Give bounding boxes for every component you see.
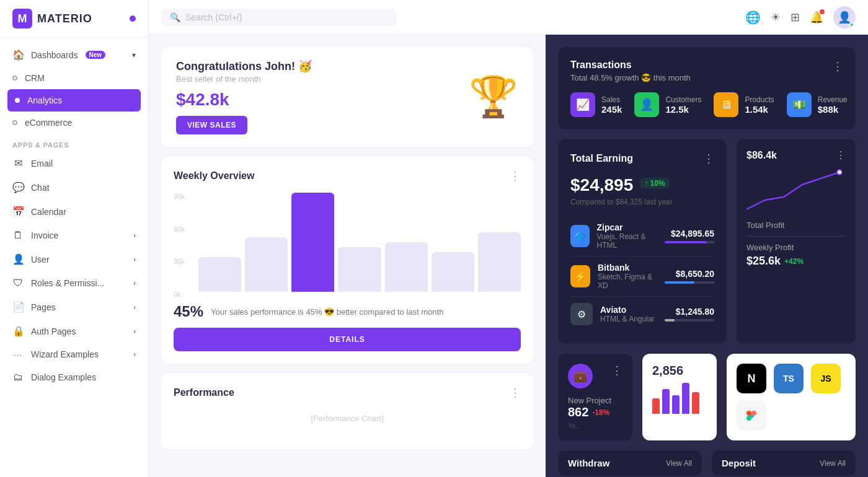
- sidebar-item-calendar[interactable]: 📅 Calendar: [0, 199, 148, 224]
- deposit-card: Deposit View All: [712, 450, 856, 476]
- circle-icon: [15, 98, 20, 103]
- growth-badge: ↑ 10%: [639, 178, 670, 189]
- company-tech: HTML & Angular: [600, 315, 655, 323]
- sidebar-item-dashboards[interactable]: 🏠 Dashboards New ▾: [0, 43, 148, 67]
- transactions-title: Transactions: [570, 59, 691, 71]
- weekly-profit-row: $25.6k +42%: [746, 255, 846, 268]
- sidebar-item-chat[interactable]: 💬 Chat: [0, 175, 148, 199]
- avatar-image: 👤: [838, 11, 851, 24]
- notification-bell[interactable]: 🔔: [810, 11, 823, 24]
- profit-label: Total Profit: [746, 221, 846, 230]
- metric-details: Products 1.54k: [745, 95, 774, 115]
- mini-bar-chart: [652, 383, 707, 414]
- earning-value: $8,650.20: [665, 269, 714, 284]
- congrats-content: Congratulations John! 🥳 Best seller of t…: [176, 59, 312, 134]
- search-bar[interactable]: 🔍 Search (Ctrl+/): [161, 9, 397, 26]
- new-badge: New: [86, 51, 106, 59]
- new-project-card: 💼 ⋮ New Project 862 -18% Ye...: [558, 354, 632, 440]
- company-name: Aviato: [600, 305, 655, 315]
- project-details: New Project 862 -18% Ye...: [568, 396, 622, 429]
- sidebar-item-pages[interactable]: 📄 Pages ›: [0, 295, 148, 319]
- more-options-icon[interactable]: ⋮: [836, 149, 846, 161]
- notification-dot: [820, 9, 825, 14]
- profit-header: $86.4k ⋮: [746, 149, 846, 161]
- chevron-right-icon: ›: [133, 350, 136, 359]
- sidebar-item-label: eCommerce: [25, 118, 72, 128]
- deposit-view-all[interactable]: View All: [820, 459, 846, 468]
- metric-details: Sales 245k: [601, 95, 622, 115]
- svg-point-3: [751, 411, 756, 416]
- sidebar-item-analytics[interactable]: Analytics: [7, 89, 141, 112]
- profit-amount: $86.4k: [746, 150, 777, 161]
- avatar[interactable]: 👤: [833, 6, 856, 28]
- sidebar-item-wizard-examples[interactable]: ··· Wizard Examples ›: [0, 343, 148, 365]
- performance-title: Performance: [174, 387, 234, 398]
- dialog-icon: 🗂: [12, 372, 24, 383]
- withdraw-view-all[interactable]: View All: [666, 459, 692, 468]
- search-placeholder: Search (Ctrl+/): [185, 12, 242, 22]
- sidebar-item-crm[interactable]: CRM: [0, 67, 148, 89]
- sidebar-item-label: Roles & Permissi...: [31, 278, 104, 288]
- sales-icon: 📈: [570, 92, 595, 117]
- more-options-icon[interactable]: ⋮: [510, 169, 521, 183]
- sidebar-item-email[interactable]: ✉ Email: [0, 151, 148, 175]
- bar-item: [291, 193, 334, 292]
- metric-label: Customers: [665, 95, 701, 104]
- nextjs-logo: N: [737, 364, 766, 393]
- withdraw-card: Withdraw View All: [558, 450, 702, 476]
- earning-header: Total Earning ⋮: [570, 152, 714, 165]
- metric-value: $88k: [818, 104, 848, 115]
- view-sales-button[interactable]: VIEW SALES: [176, 116, 247, 134]
- metric-value: 245k: [601, 104, 622, 115]
- progress-bar: [665, 241, 714, 243]
- weekly-header: Weekly Overview ⋮: [174, 169, 521, 183]
- project-y-label: Ye...: [568, 422, 622, 429]
- sidebar-item-invoice[interactable]: 🗒 Invoice ›: [0, 224, 148, 247]
- bar-item: [385, 242, 428, 292]
- transactions-subtitle: Total 48.5% growth 😎 this month: [570, 73, 691, 82]
- more-options-icon[interactable]: ⋮: [510, 386, 521, 400]
- sidebar: M MATERIO 🏠 Dashboards New ▾ CRM Analyti…: [0, 0, 149, 477]
- metric-label: Sales: [601, 95, 622, 104]
- sidebar-item-label: CRM: [25, 73, 45, 83]
- weekly-profit-amount: $25.6k: [746, 255, 781, 268]
- sidebar-item-user[interactable]: 👤 User ›: [0, 247, 148, 271]
- sidebar-item-auth-pages[interactable]: 🔒 Auth Pages ›: [0, 319, 148, 343]
- details-button[interactable]: DETAILS: [174, 328, 521, 351]
- company-tech: Vuejs, React & HTML: [597, 232, 657, 250]
- company-name: Zipcar: [597, 222, 657, 232]
- sidebar-item-dialog-examples[interactable]: 🗂 Dialog Examples: [0, 365, 148, 389]
- typescript-logo: TS: [774, 364, 804, 393]
- products-icon: 🖥: [714, 92, 738, 117]
- translate-icon[interactable]: 🌐: [745, 10, 761, 25]
- more-options-icon[interactable]: ⋮: [832, 59, 843, 73]
- bar-item: [478, 232, 521, 292]
- zipcar-logo: 🔷: [570, 225, 590, 247]
- figma-logo: [737, 401, 766, 431]
- performance-chart-placeholder: [Performance Chart]: [174, 400, 521, 437]
- more-options-icon[interactable]: ⋮: [611, 364, 622, 388]
- earning-row-zipcar: 🔷 Zipcar Vuejs, React & HTML $24,895.65: [570, 216, 714, 256]
- earning-value: $1,245.80: [665, 307, 714, 322]
- grid-icon[interactable]: ⊞: [790, 11, 800, 24]
- circle-icon: [12, 76, 17, 81]
- metric-details: Customers 12.5k: [665, 95, 701, 115]
- metric-sales: 📈 Sales 245k: [570, 92, 622, 117]
- svg-point-2: [746, 411, 751, 416]
- logo-dot: [130, 15, 136, 22]
- circle-icon: [12, 120, 17, 125]
- more-options-icon[interactable]: ⋮: [703, 152, 714, 165]
- withdraw-title: Withdraw: [568, 458, 609, 468]
- sidebar-item-roles[interactable]: 🛡 Roles & Permissi... ›: [0, 271, 148, 295]
- app-name: MATERIO: [37, 12, 92, 25]
- total-earning-card: Total Earning ⋮ $24,895 ↑ 10% Compared t…: [558, 139, 727, 344]
- sidebar-item-ecommerce[interactable]: eCommerce: [0, 112, 148, 134]
- mini-bar: [682, 383, 689, 414]
- sidebar-item-label: User: [31, 255, 50, 265]
- performance-card: Performance ⋮ [Performance Chart]: [161, 374, 533, 449]
- invoice-icon: 🗒: [12, 230, 24, 241]
- metric-label: Revenue: [818, 95, 848, 104]
- brightness-icon[interactable]: ☀: [771, 11, 781, 24]
- header-actions: 🌐 ☀ ⊞ 🔔 👤: [745, 6, 856, 28]
- profit-chart: [746, 166, 846, 216]
